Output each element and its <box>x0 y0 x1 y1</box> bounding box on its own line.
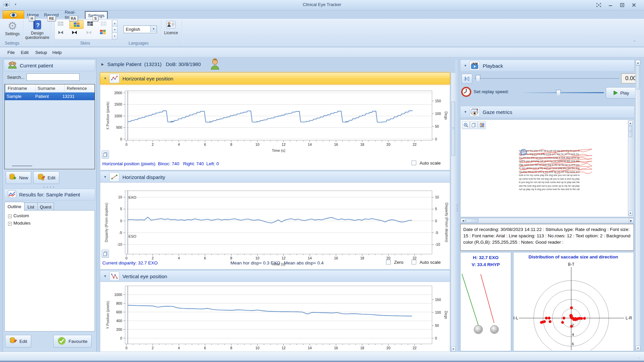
close-button[interactable] <box>629 2 639 8</box>
tab-list[interactable]: List <box>24 202 38 211</box>
expand-icon[interactable]: + <box>8 222 12 226</box>
play-button[interactable]: Play <box>606 87 637 99</box>
speed-slider-thumb[interactable] <box>556 90 561 96</box>
restore-button[interactable] <box>617 2 627 8</box>
skip-to-start-button[interactable] <box>462 74 472 84</box>
collapse-icon[interactable]: ▼ <box>104 175 107 179</box>
main-scrollbar[interactable]: ▼ <box>451 72 456 352</box>
main-right-splitter[interactable]: ▪▪▪▪ <box>455 60 460 351</box>
grid-tool-icon[interactable] <box>478 121 486 129</box>
tree-item-custom[interactable]: +Custom <box>5 210 95 218</box>
collapse-ribbon-icon[interactable]: ⌃ <box>633 40 636 44</box>
favourite-button[interactable]: Favourite <box>53 335 92 348</box>
svg-text:14: 14 <box>308 346 312 350</box>
svg-text:2: 2 <box>152 346 154 350</box>
autoscale-checkbox[interactable] <box>412 161 416 165</box>
horizontal-disparity-chart[interactable]: -10-505101050-5-100246810121416182022Dis… <box>100 183 450 269</box>
sidebar-splitter[interactable]: ▪ ▪ ▪ ▪ <box>43 185 55 189</box>
gaze-metrics-header[interactable]: ▼ Gaze metrics <box>460 106 635 118</box>
chart2-zero[interactable]: Zero <box>386 260 404 265</box>
expand-icon[interactable]: + <box>8 215 12 218</box>
vertical-eye-position-header[interactable]: ▼ Vertical eye position <box>100 270 450 282</box>
skin-office-icon[interactable] <box>58 21 63 26</box>
edit-patient-button[interactable]: Edit <box>33 171 59 184</box>
zoom-tool-icon[interactable] <box>462 121 470 129</box>
skin-bowtie-pale-icon[interactable] <box>86 30 92 36</box>
scroll-up-icon[interactable]: ▲ <box>636 60 640 65</box>
skin-selected-icon[interactable] <box>69 20 84 29</box>
scroll-left-icon[interactable]: ◀ <box>461 218 466 223</box>
settings-button[interactable]: ⚙ Settings <box>4 20 21 36</box>
tab-quest[interactable]: Quest <box>37 202 54 211</box>
svg-text:600: 600 <box>116 310 122 314</box>
menu-help[interactable]: Help <box>50 49 64 56</box>
mean-disparity-text: Mean hor disp= 0.3 EXO Mean abs disp= 0.… <box>230 260 324 265</box>
stimulus-hscrollbar[interactable]: ◀ ▶ <box>460 218 634 223</box>
chart2-autoscale[interactable]: Auto scale <box>412 260 441 265</box>
scroll-up-icon[interactable]: ▲ <box>628 121 633 126</box>
playback-header[interactable]: ▼ Playback <box>460 60 635 72</box>
horizontal-eye-position-header[interactable]: ▼ Horizontal eye position <box>100 72 450 84</box>
scroll-down-icon[interactable]: ▼ <box>451 346 455 352</box>
horizontal-eye-position-chart[interactable]: 0500100015002000050100150024681012141618… <box>100 84 450 170</box>
svg-text:L-R: L-R <box>626 316 632 320</box>
column-reference[interactable]: Reference <box>65 84 95 93</box>
scroll-down-icon[interactable]: ▼ <box>636 346 640 351</box>
skin-bowtie-black-icon[interactable] <box>71 30 77 36</box>
licence-button[interactable]: Licence <box>162 20 180 35</box>
clapperboard-icon <box>470 61 480 70</box>
collapse-icon[interactable]: ▼ <box>464 110 467 114</box>
resize-grip[interactable]: ∷ <box>639 357 641 360</box>
skins-scroll-up-button[interactable]: ▲ <box>112 20 117 27</box>
column-surname[interactable]: Surname <box>36 84 65 93</box>
svg-text:-10: -10 <box>435 242 440 246</box>
main-scrollbar-thumb[interactable] <box>451 102 455 156</box>
design-questionnaire-button[interactable]: ? Design questionnaire <box>24 20 50 40</box>
playback-slider-thumb[interactable] <box>476 75 480 82</box>
skin-light-icon[interactable] <box>101 21 106 26</box>
tab-outline[interactable]: Outline <box>4 202 24 211</box>
skins-scroll-down-button[interactable]: ▼ <box>112 26 117 33</box>
skin-windows-icon[interactable] <box>100 30 106 34</box>
scroll-down-icon[interactable]: ▼ <box>628 211 633 216</box>
right-panel-scrollbar[interactable]: ▲ ▼ <box>635 60 641 351</box>
search-input[interactable] <box>26 73 79 81</box>
language-select[interactable]: English ▼ <box>123 25 157 33</box>
svg-text:10: 10 <box>256 142 260 146</box>
minimize-button[interactable] <box>605 2 615 8</box>
chevron-down-icon: ▼ <box>150 26 157 32</box>
svg-text:18: 18 <box>360 142 364 146</box>
application-button[interactable] <box>3 10 24 19</box>
column-firstname[interactable]: Firstname <box>6 84 36 93</box>
menu-setup[interactable]: Setup <box>33 49 49 56</box>
copy-tool-icon[interactable] <box>470 121 478 129</box>
table-scroll-hint[interactable] <box>12 166 32 166</box>
menu-edit[interactable]: Edit <box>19 49 31 56</box>
autoscale-checkbox[interactable] <box>412 260 416 264</box>
menu-file[interactable]: File <box>5 49 17 56</box>
svg-text:R-L: R-L <box>514 316 518 320</box>
skins-more-button[interactable]: ⇟ <box>112 33 117 40</box>
vertical-eye-position-chart[interactable]: 0200400600800100005010015002468101214161… <box>100 282 450 351</box>
fullscreen-button[interactable] <box>594 2 604 8</box>
expander-arrow-icon[interactable]: ▶ <box>101 62 104 66</box>
scroll-right-icon[interactable]: ▶ <box>629 218 634 223</box>
skins-group-label: Skins <box>54 41 116 46</box>
collapse-icon[interactable]: ▼ <box>104 77 107 80</box>
zero-checkbox[interactable] <box>386 260 391 264</box>
collapse-icon[interactable]: ▼ <box>464 64 467 67</box>
playback-position-slider[interactable] <box>474 78 619 79</box>
edit-results-button[interactable]: Edit <box>5 335 31 348</box>
horizontal-disparity-header[interactable]: ▼ Horizontal disparity <box>100 171 450 183</box>
skin-bowtie-gray-icon[interactable] <box>58 30 64 36</box>
skin-dark-icon[interactable] <box>87 21 93 26</box>
copy-chart-button[interactable] <box>102 250 109 258</box>
stimulus-vscrollbar[interactable]: ▲ ▼ <box>628 120 633 216</box>
collapse-icon[interactable]: ▼ <box>104 275 107 278</box>
chart1-autoscale[interactable]: Auto scale <box>412 161 441 166</box>
patient-row-selected[interactable]: Sample Patient 13231 <box>5 93 95 100</box>
tree-item-modules[interactable]: +Modules <box>5 218 95 226</box>
new-patient-button[interactable]: New <box>6 171 31 184</box>
copy-chart-button[interactable] <box>102 150 109 159</box>
replay-speed-slider[interactable] <box>523 92 604 93</box>
